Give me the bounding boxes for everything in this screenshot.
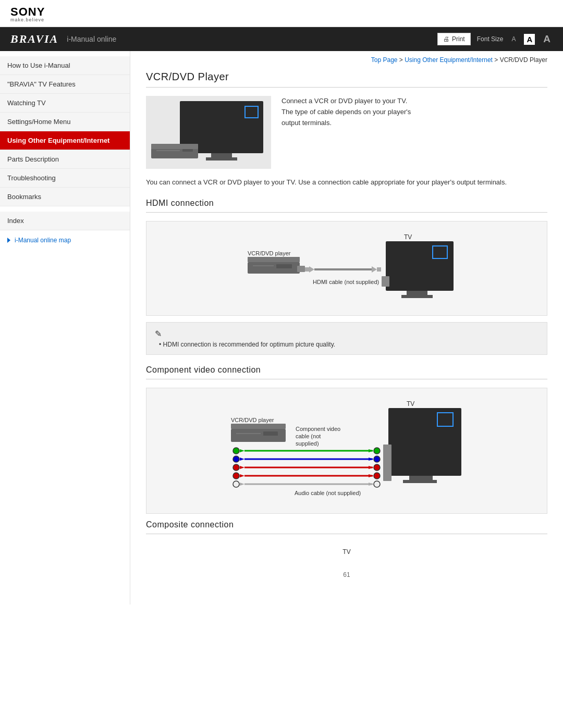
printer-icon: 🖨: [443, 35, 449, 43]
svg-point-40: [233, 448, 239, 454]
svg-text:supplied): supplied): [296, 440, 319, 447]
sidebar-index[interactable]: Index: [0, 212, 130, 230]
svg-rect-2: [206, 157, 237, 161]
bravia-title: BRAVIA: [10, 32, 58, 46]
font-size-large[interactable]: A: [541, 32, 553, 46]
sidebar-map-link[interactable]: i-Manual online map: [0, 230, 130, 250]
sidebar: How to Use i-Manual "BRAVIA" TV Features…: [0, 51, 130, 604]
top-bar: SONY make.believe: [0, 0, 563, 27]
svg-rect-24: [377, 267, 381, 272]
svg-rect-10: [407, 291, 427, 295]
svg-point-57: [374, 464, 380, 471]
page-number: 61: [343, 571, 350, 578]
svg-text:VCR/DVD player: VCR/DVD player: [231, 417, 274, 423]
hdmi-diagram-container: TV VCR/DVD player: [146, 221, 547, 316]
page-footer: 61: [146, 561, 547, 589]
note-icon: ✎: [155, 329, 538, 339]
svg-rect-28: [409, 476, 433, 480]
svg-rect-11: [401, 295, 433, 298]
svg-marker-47: [240, 466, 244, 469]
composite-tv-label-area: TV: [146, 542, 547, 561]
intro-text: Connect a VCR or DVD player to your TV. …: [282, 96, 411, 169]
bravia-subtitle: i-Manual online: [67, 35, 116, 43]
sony-logo-text: SONY: [10, 6, 553, 18]
desc-para: You can connect a VCR or DVD player to y…: [146, 177, 547, 188]
intro-section: Connect a VCR or DVD player to your TV. …: [146, 96, 547, 169]
sidebar-item-parts-description[interactable]: Parts Description: [0, 150, 130, 169]
component-diagram-container: TV VCR/DVD player Co: [146, 388, 547, 514]
title-divider: [146, 87, 547, 88]
breadcrumb-sep2: >: [494, 56, 499, 64]
breadcrumb-current: VCR/DVD Player: [500, 56, 547, 64]
tv-illustration: [146, 96, 271, 169]
hdmi-diagram-svg: TV VCR/DVD player: [232, 232, 461, 305]
svg-rect-18: [276, 264, 292, 268]
svg-marker-23: [372, 266, 377, 273]
svg-point-59: [374, 481, 380, 487]
font-size-label: Font Size: [477, 35, 504, 43]
svg-rect-29: [403, 480, 437, 483]
svg-marker-60: [369, 449, 374, 452]
bravia-left: BRAVIA i-Manual online: [10, 32, 116, 46]
sidebar-item-troubleshooting[interactable]: Troubleshooting: [0, 169, 130, 188]
sidebar-item-settings-home[interactable]: Settings/Home Menu: [0, 113, 130, 131]
breadcrumb-top-page[interactable]: Top Page: [371, 56, 398, 64]
svg-text:HDMI cable (not supplied): HDMI cable (not supplied): [313, 279, 379, 285]
svg-text:Component video: Component video: [296, 426, 340, 432]
font-size-small[interactable]: A: [509, 34, 518, 44]
bravia-bar: BRAVIA i-Manual online 🖨 Print Font Size…: [0, 27, 563, 51]
svg-rect-33: [231, 424, 286, 429]
bravia-right: 🖨 Print Font Size A A A: [437, 32, 553, 46]
breadcrumb-using-equipment[interactable]: Using Other Equipment/Internet: [405, 56, 493, 64]
svg-rect-19: [297, 266, 305, 272]
sidebar-item-watching-tv[interactable]: Watching TV: [0, 94, 130, 113]
page-title: VCR/DVD Player: [146, 71, 547, 83]
svg-rect-20: [305, 267, 309, 272]
sidebar-item-bravia-features[interactable]: "BRAVIA" TV Features: [0, 75, 130, 94]
svg-rect-1: [211, 153, 232, 157]
svg-rect-9: [386, 241, 454, 291]
svg-rect-7: [182, 149, 193, 152]
svg-rect-36: [263, 431, 278, 436]
sidebar-item-bookmarks[interactable]: Bookmarks: [0, 188, 130, 206]
svg-marker-49: [240, 483, 244, 486]
svg-point-56: [374, 456, 380, 462]
composite-tv-label: TV: [342, 548, 350, 556]
svg-rect-5: [151, 144, 198, 149]
svg-marker-62: [369, 466, 374, 469]
svg-marker-61: [369, 458, 374, 461]
sidebar-item-how-to-use[interactable]: How to Use i-Manual: [0, 56, 130, 75]
hdmi-note-box: ✎ HDMI connection is recommended for opt…: [146, 322, 547, 355]
svg-point-43: [233, 473, 239, 479]
svg-point-58: [374, 473, 380, 479]
tv-intro-svg: [149, 98, 268, 166]
svg-rect-22: [314, 268, 372, 270]
component-divider: [146, 379, 547, 379]
svg-point-44: [233, 481, 239, 487]
sidebar-item-using-other-equipment[interactable]: Using Other Equipment/Internet: [0, 131, 130, 150]
svg-point-55: [374, 448, 380, 454]
svg-point-41: [233, 456, 239, 462]
svg-text:cable (not: cable (not: [296, 433, 321, 439]
svg-marker-48: [240, 474, 244, 477]
print-button[interactable]: 🖨 Print: [437, 33, 471, 45]
hdmi-section-title: HDMI connection: [146, 199, 547, 208]
hdmi-note-text: HDMI connection is recommended for optim…: [159, 341, 538, 348]
svg-rect-15: [248, 257, 300, 262]
svg-text:TV: TV: [407, 400, 414, 408]
composite-section-title: Composite connection: [146, 520, 547, 529]
arrow-icon: [7, 238, 10, 243]
main-container: How to Use i-Manual "BRAVIA" TV Features…: [0, 51, 563, 604]
svg-rect-31: [383, 445, 391, 481]
svg-text:TV: TV: [404, 233, 412, 241]
component-diagram-svg: TV VCR/DVD player Co: [222, 399, 472, 503]
breadcrumb: Top Page > Using Other Equipment/Interne…: [146, 56, 547, 64]
svg-marker-63: [369, 474, 374, 477]
print-label: Print: [452, 35, 465, 43]
sony-tagline: make.believe: [10, 18, 553, 22]
font-size-medium[interactable]: A: [524, 34, 535, 45]
breadcrumb-sep1: >: [399, 56, 405, 64]
hdmi-divider: [146, 212, 547, 213]
composite-divider: [146, 534, 547, 534]
svg-marker-64: [369, 483, 374, 486]
